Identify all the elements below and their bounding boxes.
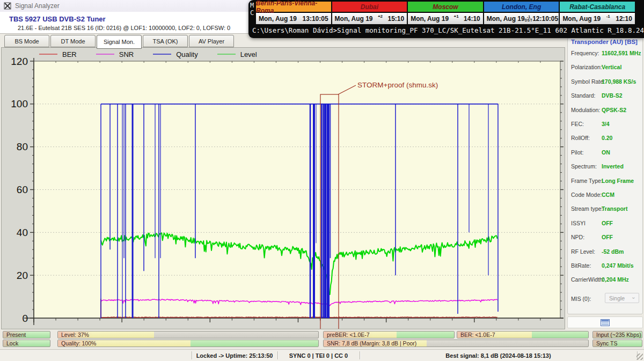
indicator-level: Level: 37% [57, 331, 319, 338]
indicator-snr: SNR: 7,8 dB (Margin: 3,8 dB | Poor) [323, 340, 589, 347]
transponder-row: Symbol Rate:170,988 KS/s [571, 78, 641, 86]
tab-tsa[interactable]: TSA (OK) [143, 35, 188, 47]
clock-time-cell: Mon, Aug 19+114:10 [408, 13, 483, 24]
transponder-row-label: Polarization: [571, 64, 602, 70]
snapshot-button[interactable] [601, 319, 610, 326]
transponder-row: Standard:DVB-S2 [571, 92, 641, 100]
legend-line-sample [153, 54, 171, 55]
indicator-label: Quality: 100% [58, 340, 99, 347]
transponder-row-label: RF Level: [571, 248, 595, 255]
y-axis-label: 120 [11, 56, 28, 67]
legend-line-sample [39, 54, 57, 55]
clock-time-cell: Mon, Aug 19-112:10 [560, 13, 635, 24]
legend-label: BER [62, 50, 77, 58]
indicator-bars: PresentLevel: 37%preBER: <1.0E-7BER: <1.… [0, 329, 644, 349]
status-bar: Locked -> Uptime: 25:13:50 SYNC 0 | TEI … [0, 349, 644, 361]
transponder-row-value: 3/4 [602, 121, 610, 127]
transponder-row-value: ON [602, 149, 610, 156]
y-axis-label: 100 [11, 98, 28, 109]
transponder-row: Pilot:ON [571, 149, 641, 157]
transponder-row-value: 170,988 KS/s [602, 78, 636, 85]
clock-utc-offset: +1 [449, 14, 464, 19]
tab-bs-mode[interactable]: BS Mode [4, 35, 49, 47]
transponder-panel: Transponder (AU) [BS] Frequency:11602,59… [567, 38, 643, 314]
chevron-down-icon: ⌄ [631, 293, 636, 300]
transponder-row-value: 0.20 [602, 135, 612, 141]
transponder-row: Frame Type:Long Frame [571, 178, 641, 185]
resize-grip[interactable] [636, 353, 643, 360]
indicator-label: Input (~235 Kbps) [593, 331, 642, 338]
indicator-ber: BER: <1.0E-7 [457, 331, 589, 338]
transponder-row: BitRate:0,247 Mbit/s [571, 262, 641, 270]
clock-time: 12:10 [616, 15, 632, 23]
indicator-input-235-kbps-: Input (~235 Kbps) [592, 331, 642, 338]
clock-date: Mon, Aug 19 [259, 15, 297, 23]
meter-fill-rest [397, 331, 454, 338]
tab-av-player[interactable]: AV Player [189, 35, 234, 47]
indicator-label: Present [3, 331, 29, 338]
clock-time-cell: Mon, Aug 1913:10:05 [256, 13, 331, 24]
clock-utc-offset: +2 [372, 14, 387, 19]
y-axis-label: 40 [17, 227, 28, 238]
status-separator [277, 351, 278, 359]
clock-date: Mon, Aug 19 [562, 15, 601, 23]
clock-time: 13:10:05 [303, 15, 328, 23]
transponder-row: Modulation:QPSK-S2 [571, 107, 641, 114]
transponder-row-value: 0,204 MHz [602, 276, 629, 283]
status-uptime: Locked -> Uptime: 25:13:50 [192, 350, 277, 361]
transponder-row-label: NPD: [571, 234, 584, 240]
mis-label: MIS (0): [571, 296, 591, 302]
transponder-row: Code Mode:CCM [571, 191, 641, 199]
indicator-label: Level: 37% [58, 331, 92, 338]
transponder-row: Frequency:11602,591 MHz [571, 50, 641, 57]
signal-analyzer-window: Signal Analyzer TBS 5927 USB DVB-S2 Tune… [0, 0, 644, 361]
transponder-row-value: 11602,591 MHz [602, 50, 641, 56]
clock-utc-offset: -1DST [525, 13, 533, 20]
transponder-row-value: Transport [602, 205, 627, 212]
app-logo-icon [4, 2, 11, 10]
transponder-row-value: OFF [602, 234, 613, 240]
status-separator [360, 351, 360, 359]
transponder-row-value: Vertical [602, 64, 621, 70]
indicator-label: Sync TS [593, 340, 621, 347]
clock-column: MoscowMon, Aug 19+114:10 [408, 2, 483, 24]
transponder-row-label: Standard: [571, 92, 596, 99]
tuner-detail: 21.6E - Eutelsat 21B SES 16 (ID: 0216) @… [18, 25, 230, 31]
transponder-title: Transponder (AU) [BS] [571, 39, 641, 45]
transponder-row-value: CCM [602, 191, 614, 198]
clock-date: Mon, Aug 19 [411, 15, 449, 23]
signal-chart: 020406080100120STORM+proof (shmu.sk) [2, 48, 565, 329]
clock-column: Berlin-Paris-Vienna-RomaMon, Aug 1913:10… [256, 2, 331, 24]
indicator-lock: Lock [3, 340, 50, 347]
transponder-row: ISSYIOFF [571, 220, 641, 227]
mis-value: Single [609, 295, 625, 301]
legend-item-level: Level [217, 50, 257, 58]
legend-item-snr: SNR [96, 50, 134, 58]
transponder-row-value: QPSK-S2 [602, 107, 626, 113]
clock-city-header: Moscow [408, 2, 483, 13]
y-axis-label: 20 [17, 270, 28, 281]
legend-label: Quality [176, 50, 197, 58]
status-separator [192, 351, 192, 359]
transponder-row-label: Stream type: [571, 205, 603, 212]
tab-signal-mon[interactable]: Signal Mon. [97, 35, 142, 49]
meter-fill-rest [532, 331, 588, 338]
y-axis-label: 60 [17, 184, 28, 195]
clock-date: Mon, Aug 19 [487, 15, 525, 23]
transponder-row-label: Code Mode: [571, 191, 602, 198]
signal-chart-panel: 020406080100120STORM+proof (shmu.sk) BER… [1, 47, 565, 329]
chart-legend: BERSNRQualityLevel [39, 49, 276, 59]
transponder-row-label: Spectrum: [571, 163, 597, 170]
legend-line-sample [217, 54, 236, 55]
storm-annotation: STORM+proof (shmu.sk) [357, 81, 438, 89]
clock-time: 12:10:05 [532, 15, 558, 23]
transponder-row-label: Pilot: [571, 149, 583, 156]
mis-dropdown[interactable]: Single ⌄ [605, 293, 639, 303]
snapshot-strip [567, 316, 643, 328]
transponder-row-value: Long Frame [602, 178, 634, 184]
transponder-row-label: Frame Type: [571, 178, 603, 184]
indicator-present: Present [3, 331, 50, 338]
tab-dt-mode[interactable]: DT Mode [50, 35, 96, 47]
clock-city-header: Berlin-Paris-Vienna-Roma [256, 2, 331, 13]
tuner-name: TBS 5927 USB DVB-S2 Tuner [9, 15, 106, 23]
